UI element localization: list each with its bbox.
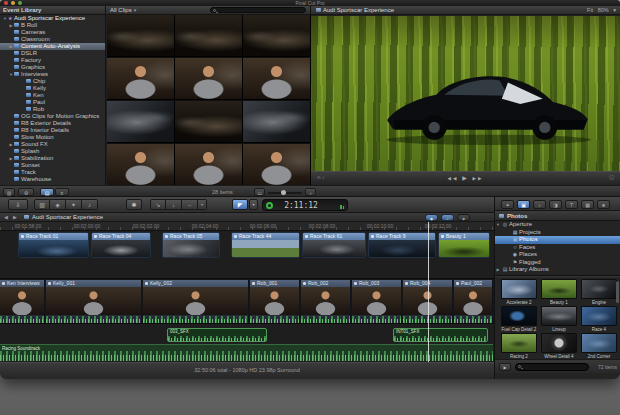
photos-tree-item[interactable]: ◉Places [495, 251, 620, 259]
event-library-item[interactable]: ▶Sound FX [0, 141, 105, 148]
scrollbar[interactable] [616, 281, 619, 303]
thumbnail-size-slider[interactable] [268, 192, 302, 194]
photo-thumbnail[interactable]: Engine [581, 279, 617, 305]
event-library-item[interactable]: ▼Interviews [0, 71, 105, 78]
effects-browser-icon[interactable]: ✦ [501, 200, 514, 209]
event-library-item[interactable]: Graphics [0, 64, 105, 71]
event-library-item[interactable]: Warehouse [0, 176, 105, 183]
photos-tree-item[interactable]: ⚑Flagged [495, 259, 620, 267]
chevron-down-icon[interactable]: ▾ [613, 7, 616, 13]
photos-tree-item[interactable]: ☺Faces [495, 244, 620, 252]
photo-thumbnail[interactable]: Beauty 1 [541, 279, 577, 305]
connected-clip[interactable]: Race Track 04 [91, 232, 151, 258]
music-clip[interactable]: Racing Soundtrack [0, 344, 493, 361]
insert-edit-button[interactable]: ↓ [166, 199, 182, 210]
music-browser-icon[interactable]: ♪ [533, 200, 546, 209]
search-input[interactable] [210, 7, 306, 13]
panel-splitter[interactable] [495, 275, 620, 278]
edit-options-dropdown[interactable]: ▾ [198, 199, 207, 210]
list-view-button[interactable]: ≡ [55, 188, 69, 196]
slider-knob[interactable] [281, 190, 286, 195]
browser-clip-filmstrip[interactable] [107, 144, 311, 186]
fullscreen-icon[interactable]: ◱ [609, 174, 614, 180]
photo-thumbnail[interactable]: Lineup [541, 306, 577, 332]
event-library-item[interactable]: ▶Stabilization [0, 155, 105, 162]
event-library-item[interactable]: Slow Motion [0, 134, 105, 141]
clip-filter-dropdown[interactable]: All Clips▾ [110, 6, 136, 14]
connect-edit-button[interactable]: ↘ [150, 199, 166, 210]
event-library-item-selected[interactable]: ▶Content Auto-Analysis [0, 43, 105, 50]
viewer-fit-button[interactable]: Fit [587, 7, 593, 13]
play-button[interactable]: ▶ [462, 175, 469, 181]
toolbar-button-2[interactable]: ◈ [50, 199, 66, 210]
timeline-history-back[interactable]: ◀ [4, 213, 8, 222]
browser-clip-filmstrip[interactable] [107, 101, 311, 143]
viewer-zoom-level[interactable]: 80% [598, 7, 609, 13]
viewer[interactable] [311, 16, 620, 171]
themes-browser-icon[interactable]: ★ [597, 200, 610, 209]
action-gear-menu[interactable]: ⚙ [18, 188, 34, 196]
skip-forward-button[interactable]: ▶▶ [472, 176, 483, 181]
timeline[interactable]: Race Track 01 Race Track 04 Race Track 0… [0, 231, 494, 362]
event-library-item[interactable]: Splash [0, 148, 105, 155]
keyword-editor-button[interactable]: ✱ [126, 199, 142, 210]
connected-clip[interactable]: Beauty 1 [438, 232, 490, 258]
select-tool-button[interactable]: ◤ [232, 199, 248, 210]
dashboard[interactable]: 2:11:12 [262, 199, 348, 211]
audio-meters-icon[interactable] [340, 203, 344, 209]
titles-browser-icon[interactable]: T [565, 200, 578, 209]
photos-tree-item[interactable]: ▶▤Library Albums [495, 266, 620, 274]
clip-appearance-button[interactable]: ▥ [3, 188, 15, 196]
event-library-item[interactable]: R8 Exterior Details [0, 120, 105, 127]
filmstrip-view-button[interactable]: ▤ [40, 188, 54, 196]
event-library-item[interactable]: Cameras [0, 29, 105, 36]
import-media-button[interactable]: ⇩ [8, 199, 28, 210]
snapping-toggle[interactable]: ◆ [457, 214, 470, 221]
photo-thumbnail[interactable]: Racing 2 [501, 333, 537, 359]
event-library-item[interactable]: Factory [0, 57, 105, 64]
event-library-item[interactable]: ▶B Roll [0, 22, 105, 29]
photos-browser-icon[interactable]: ▣ [517, 200, 530, 209]
photos-search-input[interactable] [515, 363, 589, 371]
primary-clip[interactable]: Rob_001 [250, 280, 300, 323]
event-library-item[interactable]: Rob [0, 106, 105, 113]
duration-icon[interactable]: ▭ [254, 188, 265, 196]
event-library-item[interactable]: Chip [0, 78, 105, 85]
event-library-item[interactable]: OG Clips for Motion Graphics [0, 113, 105, 120]
skip-back-button[interactable]: ◀◀ [448, 176, 459, 181]
primary-clip[interactable]: Kelly_002 [143, 280, 249, 323]
event-library-item[interactable]: Paul [0, 99, 105, 106]
photo-thumbnail[interactable]: Race 4 [581, 306, 617, 332]
event-library-item[interactable]: DSLR [0, 50, 105, 57]
audio-clip[interactable]: 003_SFX [167, 328, 267, 342]
primary-clip[interactable]: Rob_003 [352, 280, 402, 323]
waveform-toggle-button[interactable]: ♪ [305, 188, 316, 196]
audio-clip[interactable]: INT01_SFX [393, 328, 488, 342]
generators-browser-icon[interactable]: ▦ [581, 200, 594, 209]
connected-clip[interactable]: Race Track 9 [368, 232, 436, 258]
connected-clip[interactable]: Race Track 01 [18, 232, 89, 258]
event-library-item[interactable]: Sunset [0, 162, 105, 169]
event-library-item[interactable]: Track [0, 169, 105, 176]
event-library-item[interactable]: Classroom [0, 36, 105, 43]
audio-skimming-toggle[interactable]: ♪ [441, 214, 454, 221]
primary-clip[interactable]: Kelly_001 [46, 280, 142, 323]
browser-clip-filmstrip[interactable] [107, 15, 311, 57]
photo-thumbnail[interactable]: 2nd Corner [581, 333, 617, 359]
timeline-ruler[interactable]: 00:01:58:00 00:02:00:00 00:02:02:00 00:0… [0, 222, 494, 231]
event-library-item[interactable]: R8 Interior Details [0, 127, 105, 134]
primary-clip[interactable]: Paul_002 [454, 280, 493, 323]
event-library-root[interactable]: ▼★Audi Sportscar Experience [0, 15, 105, 22]
photos-tree-item[interactable]: ▼◎Aperture [495, 221, 620, 229]
timeline-history-forward[interactable]: ▶ [13, 213, 17, 222]
toolbar-button-1[interactable]: ▥ [34, 199, 50, 210]
skimming-toggle[interactable]: ◉ [425, 214, 438, 221]
transitions-browser-icon[interactable]: ◨ [549, 200, 562, 209]
primary-clip[interactable]: Rob_002 [301, 280, 351, 323]
playhead[interactable] [428, 222, 429, 362]
photos-tree-item[interactable]: ▦Projects [495, 229, 620, 237]
event-library-item[interactable]: Ken [0, 92, 105, 99]
connected-clip[interactable]: Race Track 05 [162, 232, 220, 258]
photos-tree-item-selected[interactable]: ▣Photos [495, 236, 620, 244]
event-library-item[interactable]: Kelly [0, 85, 105, 92]
